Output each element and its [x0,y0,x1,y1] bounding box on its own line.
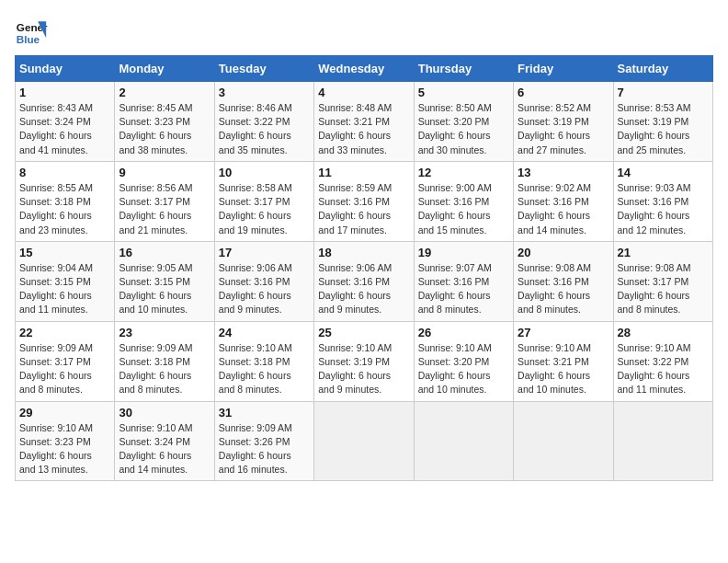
day-info: Sunrise: 9:03 AM Sunset: 3:16 PM Dayligh… [618,181,709,237]
day-info: Sunrise: 9:06 AM Sunset: 3:16 PM Dayligh… [219,261,310,317]
calendar-header: SundayMondayTuesdayWednesdayThursdayFrid… [16,56,713,82]
calendar-cell: 15Sunrise: 9:04 AM Sunset: 3:15 PM Dayli… [16,241,115,321]
day-info: Sunrise: 9:04 AM Sunset: 3:15 PM Dayligh… [19,261,110,317]
page-header: General Blue [15,15,713,48]
week-row-5: 29Sunrise: 9:10 AM Sunset: 3:23 PM Dayli… [16,401,713,481]
calendar-cell: 20Sunrise: 9:08 AM Sunset: 3:16 PM Dayli… [514,241,613,321]
day-info: Sunrise: 9:10 AM Sunset: 3:22 PM Dayligh… [618,341,709,397]
day-info: Sunrise: 9:10 AM Sunset: 3:19 PM Dayligh… [318,341,409,397]
calendar-cell: 3Sunrise: 8:46 AM Sunset: 3:22 PM Daylig… [214,82,313,162]
day-number: 21 [618,246,709,259]
day-number: 24 [219,326,310,339]
col-header-thursday: Thursday [414,56,513,82]
svg-text:Blue: Blue [17,33,40,45]
col-header-sunday: Sunday [16,56,115,82]
col-header-friday: Friday [514,56,613,82]
day-info: Sunrise: 9:09 AM Sunset: 3:18 PM Dayligh… [119,341,210,397]
day-number: 5 [418,86,509,99]
day-info: Sunrise: 8:52 AM Sunset: 3:19 PM Dayligh… [518,101,609,157]
calendar-cell: 28Sunrise: 9:10 AM Sunset: 3:22 PM Dayli… [613,321,712,401]
calendar-cell: 2Sunrise: 8:45 AM Sunset: 3:23 PM Daylig… [115,82,214,162]
calendar-cell: 14Sunrise: 9:03 AM Sunset: 3:16 PM Dayli… [613,161,712,241]
day-info: Sunrise: 9:00 AM Sunset: 3:16 PM Dayligh… [418,181,509,237]
calendar-cell: 30Sunrise: 9:10 AM Sunset: 3:24 PM Dayli… [115,401,214,481]
calendar-cell: 5Sunrise: 8:50 AM Sunset: 3:20 PM Daylig… [414,82,513,162]
calendar-cell: 13Sunrise: 9:02 AM Sunset: 3:16 PM Dayli… [514,161,613,241]
col-header-monday: Monday [115,56,214,82]
week-row-4: 22Sunrise: 9:09 AM Sunset: 3:17 PM Dayli… [16,321,713,401]
day-number: 31 [219,406,310,419]
day-info: Sunrise: 8:50 AM Sunset: 3:20 PM Dayligh… [418,101,509,157]
calendar-cell: 22Sunrise: 9:09 AM Sunset: 3:17 PM Dayli… [16,321,115,401]
day-number: 11 [318,166,409,179]
calendar-cell [613,401,712,481]
calendar-cell: 8Sunrise: 8:55 AM Sunset: 3:18 PM Daylig… [16,161,115,241]
day-number: 9 [119,166,210,179]
day-info: Sunrise: 9:07 AM Sunset: 3:16 PM Dayligh… [418,261,509,317]
logo: General Blue [15,15,48,48]
calendar-cell: 4Sunrise: 8:48 AM Sunset: 3:21 PM Daylig… [314,82,414,162]
calendar-cell: 12Sunrise: 9:00 AM Sunset: 3:16 PM Dayli… [414,161,513,241]
day-info: Sunrise: 9:05 AM Sunset: 3:15 PM Dayligh… [119,261,210,317]
day-info: Sunrise: 8:55 AM Sunset: 3:18 PM Dayligh… [19,181,110,237]
day-info: Sunrise: 9:10 AM Sunset: 3:20 PM Dayligh… [418,341,509,397]
calendar-cell: 26Sunrise: 9:10 AM Sunset: 3:20 PM Dayli… [414,321,513,401]
day-info: Sunrise: 8:58 AM Sunset: 3:17 PM Dayligh… [219,181,310,237]
logo-icon: General Blue [15,15,48,48]
calendar-cell: 7Sunrise: 8:53 AM Sunset: 3:19 PM Daylig… [613,82,712,162]
calendar-cell: 16Sunrise: 9:05 AM Sunset: 3:15 PM Dayli… [115,241,214,321]
day-number: 18 [318,246,409,259]
day-info: Sunrise: 9:10 AM Sunset: 3:23 PM Dayligh… [19,421,110,477]
col-header-tuesday: Tuesday [214,56,313,82]
calendar-cell: 24Sunrise: 9:10 AM Sunset: 3:18 PM Dayli… [214,321,313,401]
day-number: 28 [618,326,709,339]
day-info: Sunrise: 8:45 AM Sunset: 3:23 PM Dayligh… [119,101,210,157]
col-header-saturday: Saturday [613,56,712,82]
calendar-cell: 31Sunrise: 9:09 AM Sunset: 3:26 PM Dayli… [214,401,313,481]
day-number: 14 [618,166,709,179]
day-info: Sunrise: 8:48 AM Sunset: 3:21 PM Dayligh… [318,101,409,157]
calendar-cell: 1Sunrise: 8:43 AM Sunset: 3:24 PM Daylig… [16,82,115,162]
calendar-table: SundayMondayTuesdayWednesdayThursdayFrid… [15,55,713,481]
day-info: Sunrise: 8:59 AM Sunset: 3:16 PM Dayligh… [318,181,409,237]
day-number: 2 [119,86,210,99]
calendar-cell: 21Sunrise: 9:08 AM Sunset: 3:17 PM Dayli… [613,241,712,321]
day-number: 19 [418,246,509,259]
calendar-cell: 19Sunrise: 9:07 AM Sunset: 3:16 PM Dayli… [414,241,513,321]
calendar-cell: 25Sunrise: 9:10 AM Sunset: 3:19 PM Dayli… [314,321,414,401]
day-number: 10 [219,166,310,179]
day-info: Sunrise: 9:08 AM Sunset: 3:17 PM Dayligh… [618,261,709,317]
day-number: 12 [418,166,509,179]
calendar-cell [314,401,414,481]
calendar-cell: 11Sunrise: 8:59 AM Sunset: 3:16 PM Dayli… [314,161,414,241]
calendar-cell: 9Sunrise: 8:56 AM Sunset: 3:17 PM Daylig… [115,161,214,241]
calendar-cell: 10Sunrise: 8:58 AM Sunset: 3:17 PM Dayli… [214,161,313,241]
day-info: Sunrise: 8:53 AM Sunset: 3:19 PM Dayligh… [618,101,709,157]
day-info: Sunrise: 8:43 AM Sunset: 3:24 PM Dayligh… [19,101,110,157]
day-info: Sunrise: 9:06 AM Sunset: 3:16 PM Dayligh… [318,261,409,317]
day-number: 27 [518,326,609,339]
day-info: Sunrise: 9:10 AM Sunset: 3:18 PM Dayligh… [219,341,310,397]
day-number: 3 [219,86,310,99]
week-row-3: 15Sunrise: 9:04 AM Sunset: 3:15 PM Dayli… [16,241,713,321]
day-number: 4 [318,86,409,99]
day-number: 1 [19,86,110,99]
calendar-cell: 18Sunrise: 9:06 AM Sunset: 3:16 PM Dayli… [314,241,414,321]
day-number: 26 [418,326,509,339]
week-row-2: 8Sunrise: 8:55 AM Sunset: 3:18 PM Daylig… [16,161,713,241]
col-header-wednesday: Wednesday [314,56,414,82]
calendar-cell: 6Sunrise: 8:52 AM Sunset: 3:19 PM Daylig… [514,82,613,162]
day-number: 17 [219,246,310,259]
day-info: Sunrise: 9:02 AM Sunset: 3:16 PM Dayligh… [518,181,609,237]
day-number: 20 [518,246,609,259]
calendar-cell [514,401,613,481]
day-number: 8 [19,166,110,179]
day-info: Sunrise: 9:10 AM Sunset: 3:24 PM Dayligh… [119,421,210,477]
calendar-cell: 29Sunrise: 9:10 AM Sunset: 3:23 PM Dayli… [16,401,115,481]
day-info: Sunrise: 9:10 AM Sunset: 3:21 PM Dayligh… [518,341,609,397]
day-info: Sunrise: 9:09 AM Sunset: 3:26 PM Dayligh… [219,421,310,477]
day-number: 13 [518,166,609,179]
day-number: 25 [318,326,409,339]
day-number: 16 [119,246,210,259]
day-info: Sunrise: 9:09 AM Sunset: 3:17 PM Dayligh… [19,341,110,397]
